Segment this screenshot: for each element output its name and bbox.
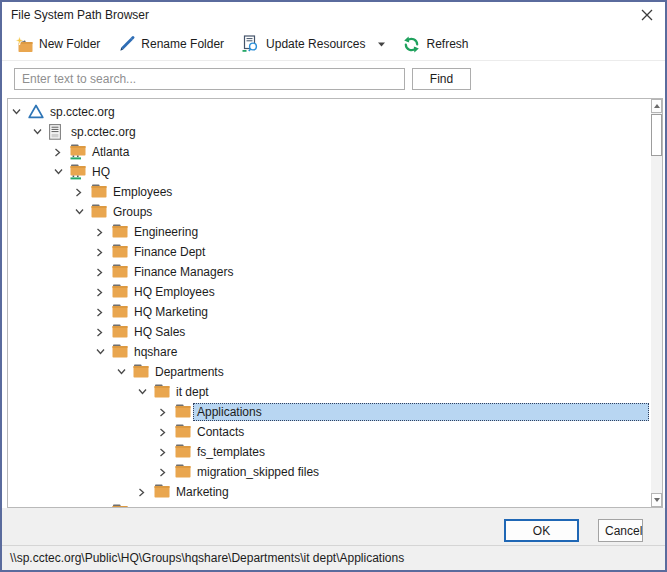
chevron-down-icon[interactable] [117, 368, 126, 377]
chevron-down-icon[interactable] [96, 348, 105, 357]
folder-icon [112, 224, 128, 238]
update-resources-icon [242, 35, 260, 53]
cancel-button[interactable]: Cancel [598, 519, 643, 542]
status-bar: \\sp.cctec.org\Public\HQ\Groups\hqshare\… [2, 545, 665, 570]
close-icon [641, 9, 653, 21]
tree-node-label[interactable]: Groups [109, 203, 156, 221]
new-folder-icon [14, 36, 33, 53]
update-resources-dropdown[interactable] [378, 42, 385, 47]
tree-node-label[interactable]: sp.cctec.org [67, 123, 140, 141]
rename-folder-label: Rename Folder [141, 37, 224, 51]
tree-row[interactable]: HQ Marketing [8, 302, 650, 322]
tree-row[interactable]: Applications [8, 402, 650, 422]
chevron-down-icon[interactable] [75, 208, 84, 217]
pencil-icon [118, 36, 135, 53]
tree-node-label[interactable]: migration_skipped files [193, 463, 323, 481]
chevron-right-icon[interactable] [96, 308, 105, 317]
chevron-right-icon[interactable] [96, 288, 105, 297]
tree-row[interactable]: Groups [8, 202, 650, 222]
tree-node-label[interactable]: HQ Marketing [130, 303, 212, 321]
folder-icon [112, 244, 128, 258]
scroll-up-button[interactable] [651, 99, 662, 113]
tree-node-label[interactable]: fs_templates [193, 443, 269, 461]
chevron-right-icon[interactable] [159, 428, 168, 437]
domain-icon [28, 104, 44, 119]
new-folder-button[interactable]: New Folder [5, 33, 109, 56]
tree-row[interactable]: sp.cctec.org [8, 122, 650, 142]
tree-row[interactable]: Employees [8, 182, 650, 202]
chevron-down-icon[interactable] [33, 128, 42, 137]
tree-row[interactable]: it dept [8, 382, 650, 402]
chevron-down-icon[interactable] [12, 108, 21, 117]
tree-node-label[interactable]: sp.cctec.org [46, 103, 119, 121]
tree-node-label[interactable]: Employees [109, 183, 176, 201]
chevron-down-icon [378, 42, 385, 47]
folder-icon [175, 424, 191, 438]
close-button[interactable] [638, 6, 656, 24]
find-button[interactable]: Find [412, 68, 471, 90]
tree-node-label[interactable]: Atlanta [88, 143, 133, 161]
rename-folder-button[interactable]: Rename Folder [109, 33, 233, 56]
chevron-down-icon[interactable] [138, 388, 147, 397]
vertical-scrollbar[interactable] [651, 99, 662, 507]
tree-row[interactable]: Marketing [8, 482, 650, 502]
chevron-right-icon[interactable] [96, 328, 105, 337]
folder-tree[interactable]: Marketingmigration_skipped filesfs_templ… [7, 98, 663, 508]
scrollbar-thumb[interactable] [651, 114, 662, 156]
server-icon [49, 124, 61, 140]
folder-icon [175, 444, 191, 458]
search-input[interactable] [14, 68, 405, 90]
tree-row[interactable]: hqshare [8, 342, 650, 362]
chevron-right-icon[interactable] [75, 188, 84, 197]
tree-row[interactable]: Contacts [8, 422, 650, 442]
tree-node-label[interactable]: Contacts [193, 423, 248, 441]
triangle-down-icon [654, 498, 660, 502]
title-bar: File System Path Browser [2, 2, 665, 28]
triangle-up-icon [654, 104, 660, 108]
chevron-right-icon[interactable] [54, 148, 63, 157]
folder-icon [133, 364, 149, 378]
new-folder-label: New Folder [39, 37, 100, 51]
file-system-path-browser-dialog: File System Path Browser New Folder Rena… [0, 0, 667, 572]
tree-node-label-selected[interactable]: Applications [193, 403, 649, 421]
tree-row[interactable]: migration_skipped files [8, 462, 650, 482]
share-folder-icon [70, 144, 87, 160]
tree-node-label[interactable]: Engineering [130, 223, 202, 241]
chevron-down-icon[interactable] [54, 168, 63, 177]
tree-row[interactable]: sp.cctec.org [8, 102, 650, 122]
folder-icon [175, 464, 191, 478]
chevron-right-icon[interactable] [159, 448, 168, 457]
tree-node-label[interactable]: Finance Dept [130, 243, 209, 261]
tree-node-label[interactable]: HQ Employees [130, 283, 219, 301]
chevron-right-icon[interactable] [96, 248, 105, 257]
ok-button[interactable]: OK [504, 519, 579, 542]
update-resources-button[interactable]: Update Resources [233, 32, 394, 56]
chevron-right-icon[interactable] [159, 468, 168, 477]
dialog-title: File System Path Browser [11, 8, 638, 22]
tree-node-label[interactable]: HQ Sales [130, 323, 189, 341]
tree-row[interactable]: HQ Employees [8, 282, 650, 302]
tree-node-label[interactable]: HQ [88, 163, 114, 181]
tree-row[interactable]: Departments [8, 362, 650, 382]
tree-node-label[interactable]: Marketing [172, 483, 233, 501]
chevron-right-icon[interactable] [159, 408, 168, 417]
tree-row[interactable]: Atlanta [8, 142, 650, 162]
folder-icon [112, 344, 128, 358]
tree-node-label[interactable]: Departments [151, 363, 228, 381]
tree-row[interactable]: Engineering [8, 222, 650, 242]
tree-node-label[interactable]: hqshare [130, 343, 181, 361]
chevron-right-icon[interactable] [96, 268, 105, 277]
refresh-button[interactable]: Refresh [394, 33, 477, 56]
tree-row[interactable]: fs_templates [8, 442, 650, 462]
tree-row[interactable]: Finance Dept [8, 242, 650, 262]
tree-node-label[interactable]: it dept [172, 383, 213, 401]
chevron-right-icon[interactable] [96, 228, 105, 237]
chevron-right-icon[interactable] [138, 488, 147, 497]
scroll-down-button[interactable] [651, 493, 662, 507]
button-panel: OK Cancel [2, 508, 665, 545]
tree-row[interactable]: HQ [8, 162, 650, 182]
tree-row[interactable]: Finance Managers [8, 262, 650, 282]
tree-row[interactable]: HQ Sales [8, 322, 650, 342]
tree-node-label[interactable]: Finance Managers [130, 263, 237, 281]
folder-icon [175, 404, 191, 418]
